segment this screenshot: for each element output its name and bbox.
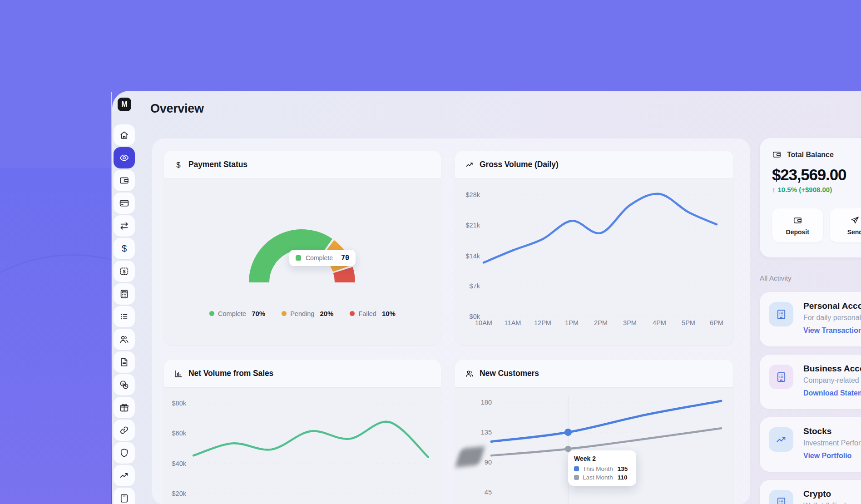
legend-value: 70% bbox=[252, 310, 265, 317]
link-icon bbox=[119, 425, 129, 435]
sidebar-item-users[interactable] bbox=[114, 329, 135, 350]
svg-text:$21k: $21k bbox=[466, 222, 480, 229]
sidebar-item-device[interactable] bbox=[114, 488, 135, 504]
card-title: New Customers bbox=[480, 369, 539, 378]
activity-subtitle: Company-related finances bbox=[803, 376, 861, 385]
gift-icon bbox=[119, 402, 129, 413]
activity-icon-box bbox=[769, 302, 793, 326]
svg-text:$28k: $28k bbox=[466, 191, 480, 198]
deposit-button[interactable]: Deposit bbox=[772, 208, 823, 242]
building-icon bbox=[775, 308, 787, 321]
sidebar-item-calculator[interactable] bbox=[114, 283, 135, 305]
activity-link[interactable]: View Portfolio bbox=[803, 452, 851, 460]
svg-text:$: $ bbox=[123, 269, 126, 274]
sidebar-item-list[interactable] bbox=[114, 306, 135, 327]
payment-status-card-header: $ Payment Status bbox=[164, 151, 441, 179]
card-title: Payment Status bbox=[188, 160, 247, 169]
sidebar-item-shield[interactable] bbox=[114, 442, 135, 464]
sidebar-item-transfer[interactable] bbox=[114, 215, 135, 237]
svg-text:$: $ bbox=[176, 160, 180, 169]
activity-card-stocks[interactable]: StocksInvestment PerformanceView Portfol… bbox=[760, 417, 861, 472]
activity-title: Crypto bbox=[803, 489, 831, 499]
sidebar-item-invoice[interactable]: $ bbox=[114, 261, 135, 282]
sidebar-item-link[interactable] bbox=[114, 420, 135, 441]
activity-icon-box bbox=[769, 427, 793, 452]
sidebar-item-document[interactable] bbox=[114, 351, 135, 373]
activity-card-crypto[interactable]: CryptoWallet & Exchange bbox=[760, 480, 861, 504]
paper-plane-icon bbox=[850, 216, 860, 225]
activity-card-personal-account[interactable]: Personal AccountFor daily personal useVi… bbox=[760, 292, 861, 346]
gross-volume-line-chart[interactable]: $28k$21k$14k$7k$0k10AM11AM12PM1PM2PM3PM4… bbox=[455, 151, 733, 345]
legend-dot bbox=[282, 311, 287, 316]
sidebar-item-gift[interactable] bbox=[114, 397, 135, 418]
page-title: Overview bbox=[150, 102, 204, 116]
activity-link[interactable]: View Transaction bbox=[803, 326, 861, 335]
shield-icon bbox=[119, 448, 129, 458]
trending-up-icon bbox=[465, 160, 474, 169]
card-title: Net Volume from Sales bbox=[188, 369, 273, 378]
tooltip-color-swatch bbox=[574, 466, 579, 471]
gauge-segment-failed[interactable] bbox=[343, 270, 345, 282]
svg-text:6PM: 6PM bbox=[710, 319, 723, 326]
activity-subtitle: Investment Performance bbox=[803, 439, 861, 447]
svg-text:$7k: $7k bbox=[470, 282, 480, 290]
tooltip-row-value: 135 bbox=[618, 465, 628, 472]
building-icon bbox=[775, 371, 787, 383]
svg-text:5PM: 5PM bbox=[682, 319, 695, 326]
svg-text:135: 135 bbox=[481, 429, 492, 436]
tooltip-row: This Month135 bbox=[574, 465, 630, 472]
gauge-legend: Complete70%Pending20%Failed10% bbox=[164, 310, 441, 317]
tooltip-row: Last Month110 bbox=[574, 474, 630, 481]
building-icon bbox=[775, 496, 787, 504]
legend-dot bbox=[350, 311, 355, 316]
sidebar-item-coins[interactable]: 1 bbox=[114, 374, 135, 395]
tooltip-row-value: 110 bbox=[618, 474, 628, 481]
sidebar-item-wallet[interactable] bbox=[114, 170, 135, 191]
activity-card-business-account[interactable]: Business AccountCompany-related finances… bbox=[760, 355, 861, 409]
gauge-tooltip: Complete 70 bbox=[289, 250, 356, 266]
dollar-icon: $ bbox=[119, 243, 129, 254]
payment-status-card: $ Payment Status Complete 70 Complete70%… bbox=[164, 151, 441, 345]
device-icon bbox=[119, 493, 129, 504]
tooltip-label: Complete bbox=[306, 254, 333, 262]
send-button-label: Send bbox=[847, 228, 861, 236]
svg-text:2PM: 2PM bbox=[594, 319, 608, 326]
svg-text:11AM: 11AM bbox=[505, 319, 521, 326]
legend-item-complete: Complete70% bbox=[209, 310, 265, 317]
activity-icon-box bbox=[769, 365, 793, 389]
legend-label: Complete bbox=[218, 310, 246, 317]
activity-icon-box bbox=[769, 490, 793, 504]
balance-label: Total Balance bbox=[787, 151, 834, 159]
arrow-up-icon: ↑ bbox=[772, 186, 776, 193]
bar-chart-icon bbox=[174, 369, 183, 378]
svg-text:3PM: 3PM bbox=[623, 319, 637, 326]
wallet-icon bbox=[119, 175, 129, 186]
balance-change-text: 10.5% (+$908.00) bbox=[778, 186, 832, 193]
this-month-point[interactable] bbox=[564, 429, 572, 436]
sidebar-item-trending-up[interactable] bbox=[114, 465, 135, 486]
sidebar-item-eye[interactable] bbox=[114, 147, 135, 168]
net-volume-card: Net Volume from Sales $80k$60k$40k$20k bbox=[164, 360, 441, 504]
app-logo: M bbox=[118, 98, 131, 111]
svg-text:12PM: 12PM bbox=[534, 319, 551, 326]
tooltip-value: 70 bbox=[341, 254, 349, 262]
users-icon bbox=[119, 334, 129, 345]
legend-item-pending: Pending20% bbox=[282, 310, 333, 317]
svg-text:$60k: $60k bbox=[172, 430, 187, 437]
total-balance-card: Total Balance $23,569.00 ↑ 10.5% (+$908.… bbox=[760, 138, 861, 257]
svg-text:180: 180 bbox=[481, 399, 492, 406]
customers-tooltip: Week 2 This Month135Last Month110 bbox=[568, 450, 636, 486]
legend-value: 10% bbox=[382, 310, 396, 317]
activity-link[interactable]: Download Statement bbox=[803, 389, 861, 397]
sidebar-item-dollar[interactable]: $ bbox=[114, 238, 135, 259]
send-button[interactable]: Send bbox=[830, 208, 861, 242]
sidebar-item-home[interactable] bbox=[114, 124, 135, 146]
sidebar-item-credit-card[interactable] bbox=[114, 193, 135, 214]
activity-title: Stocks bbox=[803, 426, 831, 436]
legend-label: Failed bbox=[358, 310, 376, 317]
tooltip-row-label: This Month bbox=[583, 465, 613, 472]
trending-up-icon bbox=[775, 434, 787, 446]
svg-text:1PM: 1PM bbox=[565, 319, 579, 326]
legend-value: 20% bbox=[320, 310, 333, 317]
balance-amount: $23,569.00 bbox=[772, 166, 861, 184]
